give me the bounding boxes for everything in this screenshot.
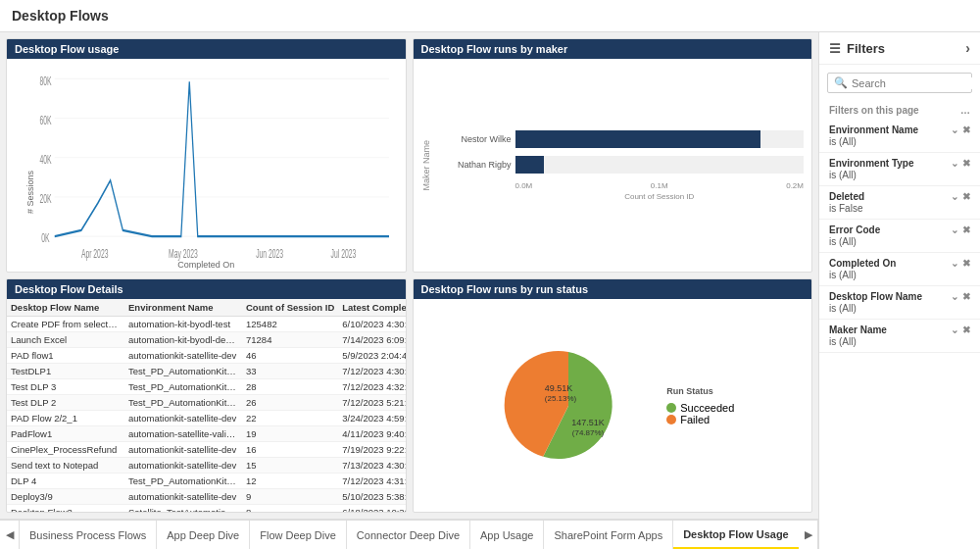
tab-desktop-flow-usage[interactable]: Desktop Flow Usage	[673, 521, 799, 549]
filter-item[interactable]: Deleted ⌄ ✖ is False	[819, 186, 980, 220]
table-cell: automationkit-satellite-dev	[124, 348, 242, 364]
filter-clear-icon[interactable]: ✖	[962, 158, 970, 169]
run-status-card-title: Desktop Flow runs by run status	[414, 279, 812, 299]
filter-label: Maker Name ⌄ ✖	[829, 324, 970, 335]
maker-x-label: Count of Session ID	[433, 192, 805, 201]
pie-chart-area: 49.51K (25.13%) 147.51K (74.87%) Run Sta…	[414, 299, 812, 512]
table-cell: 7/14/2023 6:09:13 PM	[338, 332, 405, 348]
table-cell: Test_PD_AutomationKit_Satellite	[124, 364, 242, 379]
table-row: CinePlex_ProcessRefundautomationkit-sate…	[7, 442, 406, 458]
table-cell: automationkit-satellite-dev	[124, 411, 242, 426]
maker-card-title: Desktop Flow runs by maker	[414, 39, 812, 59]
table-cell: Test_PD_AutomationKit_Satellite	[124, 379, 242, 395]
filter-value: is (All)	[829, 336, 970, 347]
filters-title: Filters	[847, 41, 885, 56]
table-cell: 9	[242, 489, 338, 505]
svg-text:Apr 2023: Apr 2023	[81, 247, 109, 261]
run-status-card: Desktop Flow runs by run status 49.51K	[413, 278, 813, 513]
col-session-count[interactable]: Count of Session ID	[242, 299, 338, 317]
table-cell: Launch Excel	[7, 332, 124, 348]
filters-search-box[interactable]: 🔍	[827, 73, 972, 93]
table-cell: DLP 4	[7, 474, 124, 489]
filter-item[interactable]: Environment Type ⌄ ✖ is (All)	[819, 153, 980, 186]
filter-label: Completed On ⌄ ✖	[829, 258, 970, 269]
svg-text:0K: 0K	[41, 231, 50, 245]
tab-next-button[interactable]: ▶	[799, 521, 818, 549]
filter-items-container: Environment Name ⌄ ✖ is (All) Environmen…	[819, 120, 980, 353]
table-cell: 7/12/2023 5:21:34 AM	[338, 395, 405, 411]
table-cell: 5/9/2023 2:04:44 PM	[338, 348, 405, 364]
maker-x-axis: 0.0M 0.1M 0.2M	[433, 181, 805, 190]
details-card: Desktop Flow Details Desktop Flow Name E…	[6, 278, 407, 513]
table-cell: PAD Flow 2/2_1	[7, 411, 124, 426]
filter-clear-icon[interactable]: ✖	[962, 291, 970, 302]
filter-chevron-icon[interactable]: ⌄	[951, 291, 958, 302]
maker-y-label: Maker Name	[421, 140, 431, 191]
table-header-row: Desktop Flow Name Environment Name Count…	[7, 299, 406, 317]
filter-item[interactable]: Error Code ⌄ ✖ is (All)	[819, 220, 980, 253]
filters-close-button[interactable]: ›	[965, 40, 970, 56]
filter-item[interactable]: Environment Name ⌄ ✖ is (All)	[819, 120, 980, 153]
col-latest-completed[interactable]: Latest Completed On	[338, 299, 405, 317]
table-cell: automationkit-satellite-dev	[124, 442, 242, 458]
tab-sharepoint-form[interactable]: SharePoint Form Apps	[544, 521, 673, 549]
table-row: Launch Excelautomation-kit-byodl-demo712…	[7, 332, 406, 348]
table-cell: 46	[242, 348, 338, 364]
table-cell: 6/10/2023 4:30:16 AM	[338, 317, 405, 332]
legend-label-failed: Failed	[680, 414, 710, 425]
col-env-name[interactable]: Environment Name	[124, 299, 242, 317]
filters-on-page-label: Filters on this page …	[819, 101, 980, 120]
details-table-container[interactable]: Desktop Flow Name Environment Name Count…	[7, 299, 406, 512]
details-card-title: Desktop Flow Details	[7, 279, 406, 299]
filter-chevron-icon[interactable]: ⌄	[951, 225, 958, 235]
filters-search-input[interactable]	[852, 77, 980, 89]
table-row: Create PDF from selected PDF page(s) - C…	[7, 317, 406, 332]
run-status-legend: Run Status Succeeded Failed	[666, 386, 734, 425]
filter-item[interactable]: Completed On ⌄ ✖ is (All)	[819, 253, 980, 286]
svg-text:May 2023: May 2023	[169, 247, 198, 261]
table-cell: 6/18/2023 10:30:24 AM	[338, 505, 405, 513]
filter-clear-icon[interactable]: ✖	[962, 225, 970, 235]
tabs-bar: ◀ Business Process FlowsApp Deep DiveFlo…	[0, 519, 818, 549]
filter-value: is (All)	[829, 170, 970, 180]
filter-item[interactable]: Maker Name ⌄ ✖ is (All)	[819, 320, 980, 353]
table-cell: 3/24/2023 4:59:15 AM	[338, 411, 405, 426]
filters-on-page-dots: …	[960, 105, 970, 116]
tab-app-usage[interactable]: App Usage	[470, 521, 544, 549]
filter-clear-icon[interactable]: ✖	[962, 125, 970, 135]
table-cell: Test DLP 3	[7, 379, 124, 395]
filter-value: is (All)	[829, 303, 970, 314]
svg-text:49.51K: 49.51K	[545, 383, 573, 393]
filter-label: Environment Type ⌄ ✖	[829, 158, 970, 169]
filters-on-page-text: Filters on this page	[829, 105, 919, 116]
col-flow-name[interactable]: Desktop Flow Name	[7, 299, 124, 317]
filter-clear-icon[interactable]: ✖	[962, 191, 970, 202]
filter-chevron-icon[interactable]: ⌄	[951, 191, 958, 202]
table-cell: Satellite_TestAutomationKIT	[124, 505, 242, 513]
usage-card: Desktop Flow usage # Sessions 80K 60K 40…	[6, 38, 407, 273]
filter-icon: ☰	[829, 41, 841, 56]
tab-connector-deep-dive[interactable]: Connector Deep Dive	[347, 521, 470, 549]
filter-clear-icon[interactable]: ✖	[962, 324, 970, 335]
tab-prev-button[interactable]: ◀	[0, 521, 20, 549]
filter-label: Desktop Flow Name ⌄ ✖	[829, 291, 970, 302]
table-row: Test DLP 3Test_PD_AutomationKit_Satellit…	[7, 379, 406, 395]
table-cell: 4/11/2023 9:40:26 AM	[338, 426, 405, 442]
tab-business-process[interactable]: Business Process Flows	[20, 521, 157, 549]
svg-text:(25.13%): (25.13%)	[545, 394, 577, 403]
filter-chevron-icon[interactable]: ⌄	[951, 258, 958, 269]
filter-item[interactable]: Desktop Flow Name ⌄ ✖ is (All)	[819, 286, 980, 320]
page-title: Desktop Flows	[0, 0, 980, 32]
table-row: PadFlow1automation-satellite-validation1…	[7, 426, 406, 442]
tab-flow-deep-dive[interactable]: Flow Deep Dive	[250, 521, 347, 549]
maker-row-2: Nathan Rigby	[433, 156, 805, 174]
filter-clear-icon[interactable]: ✖	[962, 258, 970, 269]
legend-title: Run Status	[666, 386, 734, 396]
table-cell: automationkit-satellite-dev	[124, 458, 242, 474]
maker-name-2: Nathan Rigby	[433, 160, 512, 170]
tab-app-deep-dive[interactable]: App Deep Dive	[157, 521, 250, 549]
table-cell: 71284	[242, 332, 338, 348]
filter-chevron-icon[interactable]: ⌄	[951, 324, 958, 335]
filter-chevron-icon[interactable]: ⌄	[951, 125, 958, 135]
filter-chevron-icon[interactable]: ⌄	[951, 158, 958, 169]
